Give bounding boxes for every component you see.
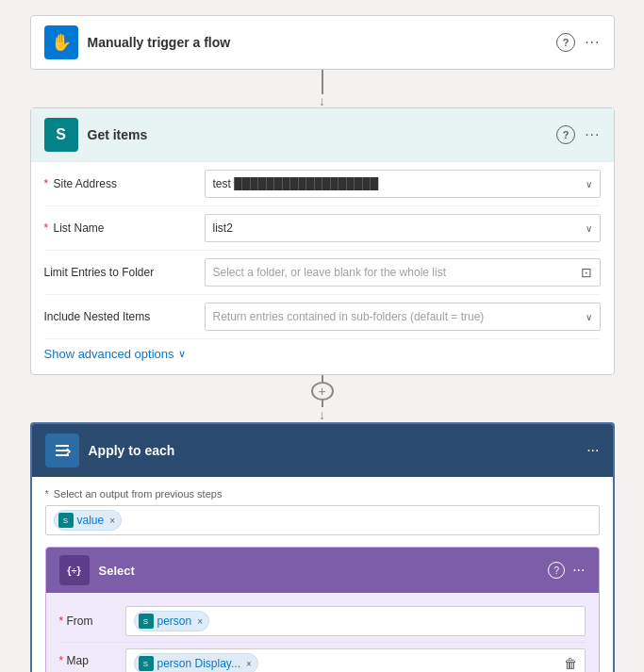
map-token-icon: S: [139, 656, 154, 671]
limit-folder-row: Limit Entries to Folder Select a folder,…: [44, 251, 601, 295]
limit-folder-placeholder: Select a folder, or leave blank for the …: [213, 266, 581, 279]
list-name-dropdown-icon: ∨: [586, 223, 592, 234]
get-items-card: S Get items ? ··· * Site Address test ██…: [30, 107, 615, 375]
map-row: * Map S person Display... × 🗑: [59, 643, 586, 672]
show-advanced-options-link[interactable]: Show advanced options ∨: [44, 339, 601, 365]
select-inner-header: {÷} Select ? ···: [46, 548, 599, 593]
output-token-label: value: [77, 514, 105, 527]
output-token-chip: S value ×: [54, 510, 123, 531]
get-items-body: * Site Address test ██████████████████ ∨…: [31, 161, 614, 374]
trigger-help-icon[interactable]: ?: [556, 33, 575, 52]
site-address-dropdown-icon: ∨: [586, 179, 592, 189]
arrow-down-icon: ↓: [319, 94, 325, 107]
select-inner-card: {÷} Select ? ··· * From: [45, 547, 600, 672]
trigger-title: Manually trigger a flow: [88, 35, 548, 50]
plus-arrow-icon: ↓: [319, 407, 325, 422]
trigger-card-header: ✋ Manually trigger a flow ? ···: [31, 16, 614, 69]
limit-folder-label: Limit Entries to Folder: [44, 266, 195, 279]
limit-folder-control[interactable]: Select a folder, or leave blank for the …: [205, 258, 601, 287]
map-top-row[interactable]: S person Display... × 🗑: [125, 648, 586, 672]
apply-to-each-header: Apply to each ···: [32, 424, 613, 477]
trigger-actions: ? ···: [556, 33, 600, 52]
list-name-row: * List Name list2 ∨: [44, 206, 601, 251]
from-control[interactable]: S person ×: [125, 606, 586, 636]
select-output-label: * Select an output from previous steps: [45, 488, 600, 500]
get-items-actions: ? ···: [556, 125, 600, 144]
site-address-row: * Site Address test ██████████████████ ∨: [44, 162, 601, 206]
include-nested-dropdown-icon: ∨: [586, 312, 592, 322]
get-items-icon: S: [44, 118, 78, 152]
select-inner-ellipsis-button[interactable]: ···: [572, 562, 585, 579]
select-inner-help-icon[interactable]: ?: [548, 562, 565, 579]
add-step-button[interactable]: +: [311, 382, 334, 401]
output-field[interactable]: S value ×: [45, 505, 600, 535]
get-items-header: S Get items ? ···: [31, 108, 614, 161]
connector-1: ↓: [319, 70, 325, 107]
get-items-title: Get items: [88, 127, 548, 142]
get-items-ellipsis-button[interactable]: ···: [585, 126, 600, 143]
from-row: * From S person ×: [59, 600, 586, 643]
apply-to-each-actions: ···: [586, 442, 599, 459]
map-label: * Map: [59, 648, 116, 667]
from-label: * From: [59, 615, 116, 628]
site-address-control[interactable]: test ██████████████████ ∨: [205, 170, 601, 198]
apply-to-each-ellipsis-button[interactable]: ···: [586, 442, 599, 459]
map-field-control: S person Display... × 🗑 item()?['Display…: [125, 648, 586, 672]
include-nested-placeholder: Return entries contained in sub-folders …: [213, 310, 580, 323]
output-token-icon: S: [58, 513, 74, 528]
apply-to-each-icon: [45, 434, 79, 467]
map-token-chip: S person Display... ×: [134, 653, 258, 672]
include-nested-row: Include Nested Items Return entries cont…: [44, 295, 601, 339]
include-nested-label: Include Nested Items: [44, 310, 195, 323]
select-inner-title: Select: [99, 564, 539, 578]
from-token-close-button[interactable]: ×: [197, 616, 203, 627]
map-delete-icon[interactable]: 🗑: [564, 656, 577, 671]
select-inner-icon: {÷}: [59, 555, 90, 585]
site-address-value: test ██████████████████: [213, 177, 580, 190]
limit-folder-icon[interactable]: ⊡: [581, 265, 592, 280]
include-nested-control[interactable]: Return entries contained in sub-folders …: [205, 303, 601, 331]
apply-to-each-title: Apply to each: [89, 443, 578, 458]
connector-line: [322, 70, 323, 94]
output-token-close-button[interactable]: ×: [109, 516, 115, 526]
plus-line-bottom: [322, 401, 323, 407]
trigger-icon: ✋: [44, 25, 78, 59]
plus-line-top: [322, 375, 323, 382]
apply-to-each-body: * Select an output from previous steps S…: [32, 477, 613, 672]
site-address-label: * Site Address: [44, 177, 195, 190]
list-name-required: *: [44, 221, 49, 235]
map-token-label: person Display...: [157, 657, 240, 670]
list-name-label: * List Name: [44, 221, 195, 235]
advanced-chevron-icon: ∨: [178, 348, 186, 360]
from-token-chip: S person ×: [134, 611, 210, 631]
list-name-value: list2: [213, 221, 580, 235]
list-name-control[interactable]: list2 ∨: [205, 214, 601, 242]
select-inner-body: * From S person ×: [46, 593, 599, 672]
map-token-close-button[interactable]: ×: [246, 659, 252, 669]
site-address-required: *: [44, 177, 49, 190]
trigger-card: ✋ Manually trigger a flow ? ···: [30, 15, 615, 70]
plus-connector: + ↓: [311, 375, 334, 422]
apply-to-each-card: Apply to each ··· * Select an output fro…: [30, 422, 615, 672]
get-items-help-icon[interactable]: ?: [556, 125, 575, 144]
trigger-ellipsis-button[interactable]: ···: [585, 34, 600, 51]
from-token-icon: S: [139, 614, 154, 629]
select-inner-actions: ? ···: [548, 562, 585, 579]
from-token-label: person: [157, 615, 192, 628]
